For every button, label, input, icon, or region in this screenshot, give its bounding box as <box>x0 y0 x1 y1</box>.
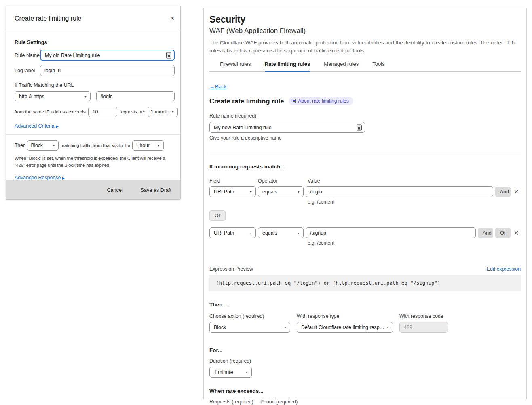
dialog-title: Create rate limiting rule <box>15 15 172 22</box>
condition-row: URI Path ▼ equals ▼ And ✕ <box>209 186 521 197</box>
close-icon[interactable]: × <box>170 14 175 22</box>
duration-label: Duration (required) <box>209 358 521 364</box>
period-label: Period (required) <box>255 399 298 405</box>
rule-name-input[interactable] <box>40 50 175 61</box>
create-rate-limiting-rule-dialog: Create rate limiting rule × Rule Setting… <box>6 6 181 200</box>
tab-rate-limiting-rules[interactable]: Rate limiting rules <box>265 61 310 72</box>
page-title: Security <box>209 14 521 25</box>
field-select[interactable]: URI Path ▼ <box>209 227 256 238</box>
log-label-input[interactable] <box>40 65 175 76</box>
requests-input[interactable] <box>88 107 117 117</box>
value-hint: e.g. /content <box>308 240 521 246</box>
response-type-label: With response type <box>297 313 393 319</box>
arrow-right-icon: ▶ <box>62 176 65 180</box>
log-label: Log label <box>15 68 40 73</box>
operator-label: Operator <box>258 178 304 184</box>
back-link[interactable]: ← Back <box>209 84 227 90</box>
rule-settings-heading: Rule Settings <box>15 40 175 45</box>
or-button[interactable]: Or <box>495 228 511 238</box>
rule-name-field-wrap <box>40 50 175 61</box>
doc-icon <box>292 99 296 103</box>
chevron-down-icon: ▼ <box>386 326 389 329</box>
matching-text: matching traffic from that visitor for <box>60 143 130 148</box>
then-text: Then <box>15 143 25 148</box>
operator-select[interactable]: equals ▼ <box>258 227 304 238</box>
requests-per-text: requests per <box>120 109 145 115</box>
tab-tools[interactable]: Tools <box>372 61 384 71</box>
block-duration-select[interactable]: 1 hour ▼ <box>132 140 164 151</box>
rule-name-field-wrap <box>209 122 365 133</box>
response-type-select[interactable]: Default Cloudflare rate limiting respons… <box>297 322 393 333</box>
condition-row: URI Path ▼ equals ▼ And Or ✕ <box>209 227 521 238</box>
chevron-down-icon: ▼ <box>297 190 300 193</box>
expression-preview-box: (http.request.uri.path eq "/login") or (… <box>209 275 521 291</box>
or-button[interactable]: Or <box>209 210 226 221</box>
tab-managed-rules[interactable]: Managed rules <box>324 61 359 71</box>
then-heading: Then... <box>209 302 521 308</box>
value-input[interactable] <box>306 227 476 238</box>
block-note: When “Block” is set, when the threshold … <box>15 155 175 169</box>
threshold-row: from the same IP address exceeds request… <box>15 107 175 117</box>
rate-heading: When rate exceeds... <box>209 388 521 394</box>
scheme-select[interactable]: http & https ▼ <box>15 91 91 101</box>
response-code-input <box>399 322 448 333</box>
or-connector-row: Or <box>209 210 521 221</box>
rate-labels-row: Requests (required) Period (required) <box>209 399 521 405</box>
page-description: The Cloudflare WAF provides both automat… <box>209 39 521 55</box>
action-select[interactable]: Block ▼ <box>27 140 59 151</box>
and-button[interactable]: And <box>495 187 511 197</box>
choose-action-label: Choose action (required) <box>209 313 290 319</box>
advanced-response-link[interactable]: Advanced Response ▶ <box>15 175 175 180</box>
chevron-down-icon: ▼ <box>245 371 248 374</box>
rule-name-label: Rule Name <box>15 52 40 58</box>
autofill-icon[interactable] <box>357 124 362 130</box>
remove-condition-icon[interactable]: ✕ <box>513 228 520 238</box>
expression-header: Expression Preview Edit expression <box>209 266 521 272</box>
log-label-row: Log label <box>15 65 175 76</box>
action-controls-row: Block ▼ Default Cloudflare rate limiting… <box>209 322 521 333</box>
period-select[interactable]: 1 minute ▼ <box>148 107 178 117</box>
value-input[interactable] <box>306 186 493 197</box>
advanced-criteria-link[interactable]: Advanced Criteria ▶ <box>15 123 175 129</box>
cancel-button[interactable]: Cancel <box>107 187 123 193</box>
chevron-down-icon: ▼ <box>157 144 160 147</box>
for-heading: For... <box>209 347 521 353</box>
requests-label: Requests (required) <box>209 399 250 405</box>
match-heading: If incoming requests match... <box>209 164 521 170</box>
autofill-icon[interactable] <box>166 52 171 58</box>
response-code-label: With response code <box>399 313 448 319</box>
exceeds-text: from the same IP address exceeds <box>15 109 86 115</box>
chevron-down-icon: ▼ <box>84 95 87 98</box>
chevron-down-icon: ▼ <box>171 111 174 113</box>
chevron-down-icon: ▼ <box>284 326 287 329</box>
dialog-header: Create rate limiting rule × <box>6 6 180 31</box>
back-arrow-icon: ← <box>209 84 215 90</box>
security-waf-panel: Security WAF (Web Application Firewall) … <box>203 8 527 399</box>
edit-expression-link[interactable]: Edit expression <box>487 266 521 272</box>
action-labels-row: Choose action (required) With response t… <box>209 313 521 319</box>
rule-name-input[interactable] <box>209 122 365 133</box>
action-select[interactable]: Block ▼ <box>209 322 290 333</box>
divider <box>6 134 180 135</box>
operator-select[interactable]: equals ▼ <box>258 186 304 197</box>
value-hint: e.g. /content <box>308 199 521 205</box>
page-subtitle: WAF (Web Application Firewall) <box>209 27 521 35</box>
url-input[interactable] <box>96 91 175 101</box>
rule-name-hint: Give your rule a descriptive name <box>209 135 521 141</box>
arrow-right-icon: ▶ <box>56 124 59 128</box>
remove-condition-icon[interactable]: ✕ <box>513 187 520 197</box>
dialog-body: Rule Settings Rule Name Log label If Tra… <box>6 40 180 198</box>
about-rate-limiting-rules-badge[interactable]: About rate limiting rules <box>289 97 353 105</box>
field-select[interactable]: URI Path ▼ <box>209 186 256 197</box>
rule-name-label: Rule name (required) <box>209 113 521 119</box>
traffic-match-heading: If Traffic Matching the URL <box>15 82 175 88</box>
tab-firewall-rules[interactable]: Firewall rules <box>220 61 251 71</box>
field-label: Field <box>209 178 256 184</box>
expression-preview-label: Expression Preview <box>209 266 253 272</box>
chevron-down-icon: ▼ <box>249 231 252 234</box>
condition-labels-row: Field Operator Value <box>209 178 521 184</box>
form-title: Create rate limiting rule <box>209 97 284 105</box>
duration-select[interactable]: 1 minute ▼ <box>209 367 252 378</box>
save-as-draft-button[interactable]: Save as Draft <box>141 187 171 193</box>
and-button[interactable]: And <box>478 228 493 238</box>
